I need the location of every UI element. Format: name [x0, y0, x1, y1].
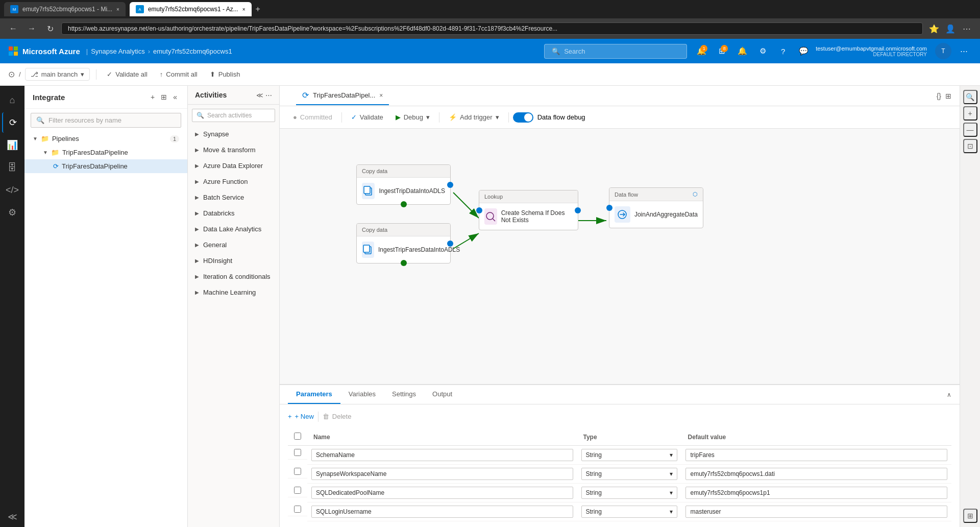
portal-button[interactable]: ⊞ 8 [714, 43, 730, 59]
row2-checkbox[interactable] [294, 487, 301, 494]
node-copy2[interactable]: Copy data IngestTripFaresDataIntoADLS [356, 223, 451, 264]
service-label[interactable]: Synapse Analytics [91, 47, 145, 55]
validate-button[interactable]: ✓ Validate [346, 111, 388, 124]
new-param-button[interactable]: + + New [288, 411, 314, 422]
activity-group-batch[interactable]: ▶ Batch Service [188, 189, 279, 205]
activity-group-datalake[interactable]: ▶ Data Lake Analytics [188, 221, 279, 237]
pipeline-tab-close-button[interactable]: × [379, 92, 383, 99]
sidebar-icon-data[interactable]: 🗄 [2, 157, 22, 178]
row3-type-select[interactable]: String ▾ [581, 506, 678, 518]
row0-checkbox[interactable] [294, 449, 301, 456]
toggle-control[interactable] [513, 112, 533, 123]
tab-output[interactable]: Output [424, 385, 460, 404]
new-tab-button[interactable]: + [256, 5, 260, 14]
row1-type-select[interactable]: String ▾ [581, 468, 678, 480]
pipeline-tab[interactable]: ⟳ TripFaresDataPipel... × [296, 86, 389, 105]
row3-checkbox[interactable] [294, 506, 301, 513]
sidebar-icon-monitor[interactable]: 📊 [2, 135, 22, 155]
activity-group-ml[interactable]: ▶ Machine Learning [188, 284, 279, 300]
workspace-label[interactable]: emuty7rfs52cbmq6pocws1 [153, 47, 232, 55]
canvas-main[interactable]: Copy data IngestTripDataIntoADLS [280, 129, 960, 384]
search-input[interactable] [564, 47, 679, 55]
tree-pipeline-folder-item[interactable]: ▼ 📁 TripFaresDataPipeline [24, 146, 187, 159]
integrate-collapse-button[interactable]: « [171, 92, 179, 102]
validate-all-button[interactable]: ✓ Validate all [103, 68, 152, 80]
address-input[interactable] [61, 22, 923, 35]
row2-type-select[interactable]: String ▾ [581, 487, 678, 499]
alerts-button[interactable]: 🔔 [734, 43, 750, 59]
feedback-button[interactable]: 💬 [795, 43, 812, 59]
more-button[interactable]: ⋯ [960, 21, 974, 36]
user-avatar[interactable]: T [935, 43, 951, 59]
right-zoom-out-button[interactable]: — [963, 123, 977, 137]
forward-button[interactable]: → [24, 21, 39, 36]
tab-close-1[interactable]: × [116, 7, 119, 12]
row3-default-input[interactable] [685, 506, 947, 518]
row1-name-input[interactable] [311, 468, 573, 480]
tree-pipelines-folder[interactable]: ▼ 📁 Pipelines 1 [24, 132, 187, 146]
activity-group-iteration[interactable]: ▶ Iteration & conditionals [188, 269, 279, 284]
node-dataflow[interactable]: Data flow ⬡ JoinAndAggregateData [609, 187, 703, 228]
integrate-add-button[interactable]: + [149, 92, 157, 102]
activity-group-move[interactable]: ▶ Move & transform [188, 142, 279, 158]
tab-parameters[interactable]: Parameters [288, 385, 340, 404]
right-add-button[interactable]: + [963, 106, 977, 121]
row0-default-input[interactable] [685, 449, 947, 461]
right-properties-button[interactable]: ⊞ [963, 509, 977, 523]
row3-name-input[interactable] [311, 506, 573, 518]
commit-all-button[interactable]: ↑ Commit all [156, 68, 202, 80]
browser-tab-1[interactable]: M emuty7rfs52cbmq6pocws1 - Mi... × [4, 2, 126, 16]
canvas-code-button[interactable]: {} [937, 92, 941, 100]
help-button[interactable]: ? [775, 43, 791, 59]
sidebar-icon-expand[interactable]: ≪ [2, 507, 22, 527]
data-flow-debug-toggle[interactable]: Data flow debug [513, 112, 585, 123]
activity-group-synapse[interactable]: ▶ Synapse [188, 126, 279, 142]
add-trigger-button[interactable]: ⚡ Add trigger ▾ [444, 111, 504, 124]
activity-group-general[interactable]: ▶ General [188, 237, 279, 253]
node-lookup[interactable]: Lookup Create Schema If Does Not Exists [479, 190, 578, 230]
row2-default-input[interactable] [685, 487, 947, 499]
right-fit-button[interactable]: ⊡ [963, 139, 977, 153]
row1-checkbox[interactable] [294, 468, 301, 475]
right-search-button[interactable]: 🔍 [963, 90, 977, 104]
activity-group-function[interactable]: ▶ Azure Function [188, 174, 279, 189]
delete-param-button[interactable]: 🗑 Delete [323, 411, 352, 422]
dataflow-external-icon[interactable]: ⬡ [693, 191, 698, 198]
sidebar-icon-manage[interactable]: ⚙ [2, 202, 22, 223]
sidebar-icon-develop[interactable]: </> [2, 180, 22, 200]
activities-search-input[interactable] [207, 112, 271, 119]
row1-default-input[interactable] [685, 468, 947, 480]
tab-close-2[interactable]: × [242, 7, 246, 12]
back-button[interactable]: ← [6, 21, 20, 36]
tab-settings[interactable]: Settings [384, 385, 424, 404]
activities-collapse-btn[interactable]: ≪ [256, 91, 263, 99]
row0-type-select[interactable]: String ▾ [581, 449, 678, 461]
tree-pipeline-item[interactable]: ⟳ TripFaresDataPipeline [24, 159, 187, 173]
canvas-properties-button[interactable]: ⊞ [945, 92, 951, 100]
extensions-button[interactable]: ⭐ [927, 21, 941, 36]
bottom-panel-collapse-button[interactable]: ∧ [947, 391, 951, 398]
activity-group-explorer[interactable]: ▶ Azure Data Explorer [188, 158, 279, 174]
activity-group-hdinsight[interactable]: ▶ HDInsight [188, 253, 279, 269]
ms-azure-logo[interactable]: Microsoft Azure [8, 46, 80, 56]
reload-button[interactable]: ↻ [43, 21, 57, 36]
activity-group-databricks[interactable]: ▶ Databricks [188, 205, 279, 221]
integrate-filter-button[interactable]: ⊞ [159, 92, 169, 102]
row0-name-input[interactable] [311, 449, 573, 461]
sidebar-icon-integrate[interactable]: ⟳ [2, 112, 22, 133]
node-copy1[interactable]: Copy data IngestTripDataIntoADLS [356, 164, 451, 205]
browser-tab-2[interactable]: A emuty7rfs52cbmq6pocws1 - Az... × [130, 2, 252, 16]
branch-info[interactable]: ⎇ main branch ▾ [25, 68, 90, 81]
tab-variables[interactable]: Variables [340, 385, 384, 404]
settings-button[interactable]: ⚙ [754, 43, 771, 59]
notifications-button[interactable]: 🔔 1 [693, 43, 709, 59]
activities-more-btn[interactable]: ⋯ [265, 91, 272, 99]
row2-name-input[interactable] [311, 487, 573, 499]
publish-button[interactable]: ⬆ Publish [206, 68, 244, 80]
more-options-button[interactable]: ⋯ [955, 43, 972, 59]
debug-button[interactable]: ▶ Debug ▾ [390, 111, 435, 124]
profile-button[interactable]: 👤 [943, 21, 958, 36]
select-all-checkbox[interactable] [294, 433, 301, 440]
filter-input[interactable] [48, 116, 176, 124]
sidebar-icon-home[interactable]: ⌂ [2, 90, 22, 110]
